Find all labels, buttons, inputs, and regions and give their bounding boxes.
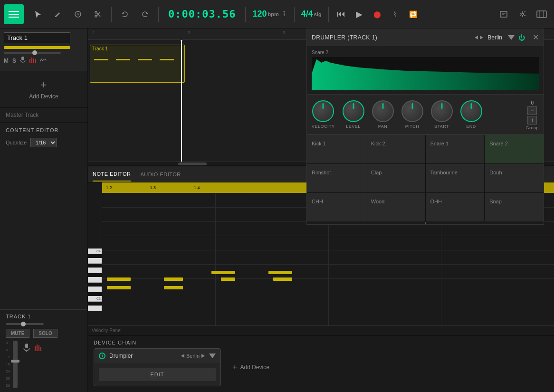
- pad-kick2[interactable]: Kick 2: [366, 135, 425, 163]
- velocity-knob[interactable]: [312, 100, 334, 122]
- record-button[interactable]: ⬤: [370, 7, 385, 22]
- solo-button[interactable]: SOLO: [33, 329, 57, 338]
- note-1[interactable]: [107, 277, 131, 281]
- plugin-button-2[interactable]: [514, 6, 531, 23]
- note-3[interactable]: [164, 277, 183, 281]
- envelope-control[interactable]: [40, 57, 47, 64]
- c4-key[interactable]: C4: [88, 249, 102, 254]
- pencil-tool[interactable]: [49, 6, 67, 23]
- note-2[interactable]: [107, 286, 131, 289]
- tab-audio-editor[interactable]: AUDIO EDITOR: [140, 168, 181, 181]
- start-knob[interactable]: [431, 100, 453, 122]
- note-6[interactable]: [221, 277, 235, 281]
- drumpler-power-button[interactable]: ⏻: [518, 34, 525, 41]
- plugin-button-1[interactable]: [495, 6, 512, 23]
- b2-key[interactable]: [88, 306, 102, 311]
- svg-marker-28: [480, 36, 483, 39]
- tab-note-editor[interactable]: NOTE EDITOR: [93, 167, 131, 182]
- a3-key[interactable]: [88, 268, 102, 273]
- undo-button[interactable]: [116, 6, 134, 23]
- pan-fader[interactable]: [6, 323, 44, 325]
- piano-keys: C4 C3: [88, 182, 102, 325]
- separator-5: [328, 7, 329, 22]
- time-signature-display[interactable]: 4/4 sig: [301, 9, 322, 19]
- mic-control[interactable]: [20, 57, 26, 65]
- pan-knob[interactable]: [372, 100, 394, 122]
- end-value-display: 0: [531, 100, 534, 105]
- pad-snare1[interactable]: Snare 1: [426, 135, 485, 163]
- mute-control[interactable]: M: [4, 57, 9, 64]
- play-button[interactable]: ▶: [352, 7, 367, 22]
- f3-key[interactable]: [88, 287, 102, 292]
- drumpler-preset-dropdown-icon[interactable]: [508, 35, 515, 40]
- drumpler-preset-nav[interactable]: [474, 35, 484, 40]
- bpm-display[interactable]: 120 bpm: [252, 9, 287, 19]
- add-track-section[interactable]: + Add Device: [0, 71, 87, 108]
- clock-tool[interactable]: [69, 6, 86, 23]
- note-7[interactable]: [268, 271, 292, 274]
- volume-fader[interactable]: [13, 341, 18, 388]
- loop-button[interactable]: 🔁: [406, 7, 421, 22]
- end-knob[interactable]: [460, 100, 482, 122]
- pad-clap[interactable]: Clap: [366, 164, 425, 192]
- end-knob-label: END: [466, 124, 476, 129]
- menu-button[interactable]: [4, 4, 24, 24]
- pad-tambourine[interactable]: Tambourine: [426, 164, 485, 192]
- device-preset[interactable]: Berlin: [181, 353, 205, 359]
- pad-snare2[interactable]: Snare 2: [485, 135, 544, 163]
- pad-wood[interactable]: Wood: [366, 193, 425, 221]
- g3-key[interactable]: [88, 277, 102, 283]
- mute-button[interactable]: MUTE: [6, 329, 29, 338]
- svg-marker-29: [508, 35, 515, 40]
- device-power-button[interactable]: [99, 353, 105, 359]
- svg-marker-24: [181, 354, 184, 358]
- bottom-track-section: TRACK 1 MUTE SOLO 0 6 12 18 24 30 36: [0, 309, 87, 392]
- dropdown-icon[interactable]: [209, 354, 216, 358]
- knob-end: END: [460, 100, 482, 129]
- pitch-knob[interactable]: [401, 100, 423, 122]
- pad-ohh[interactable]: OHH: [426, 193, 485, 221]
- solo-control[interactable]: S: [12, 57, 16, 64]
- cursor-tool[interactable]: [29, 6, 47, 23]
- svg-point-1: [95, 11, 97, 13]
- skip-back-button[interactable]: ⏮: [334, 7, 349, 22]
- wave-button[interactable]: ⌇: [388, 7, 403, 22]
- eq-icon[interactable]: [35, 344, 42, 354]
- pad-kick1[interactable]: Kick 1: [307, 135, 366, 163]
- add-track-plus-icon: +: [41, 79, 47, 91]
- drum-pads: Kick 1 Kick 2 Snare 1 Snare 2 Rimshot Cl…: [307, 134, 544, 221]
- pad-rimshot[interactable]: Rimshot: [307, 164, 366, 192]
- pad-douh[interactable]: Douh: [485, 164, 544, 192]
- level-knob[interactable]: [343, 100, 364, 122]
- eq-control[interactable]: [29, 57, 36, 64]
- end-minus-button[interactable]: −: [527, 106, 537, 115]
- waveform-display: [312, 57, 539, 90]
- svg-rect-20: [35, 346, 36, 351]
- track-volume-slider[interactable]: [4, 52, 61, 54]
- end-plus-button[interactable]: +: [527, 116, 537, 124]
- scissors-tool[interactable]: [89, 6, 106, 23]
- c3-key[interactable]: C3: [88, 296, 102, 302]
- quantize-select[interactable]: 1/16 1/8 1/4: [30, 138, 57, 147]
- edit-button[interactable]: EDIT: [99, 368, 216, 381]
- mute-solo-row: MUTE SOLO: [6, 329, 82, 338]
- drumpler-close-button[interactable]: ✕: [533, 33, 539, 42]
- end-value-section: 0 − + Group: [525, 100, 539, 130]
- pad-chh[interactable]: CHH: [307, 193, 366, 221]
- add-device-button[interactable]: + Add Device: [229, 359, 273, 376]
- bpm-label: bpm: [268, 11, 279, 17]
- redo-button[interactable]: [136, 6, 153, 23]
- mic-icon[interactable]: [23, 344, 30, 354]
- clip-line-3: [138, 59, 152, 60]
- track-name-input[interactable]: [4, 32, 70, 43]
- plugin-button-3[interactable]: [533, 6, 550, 23]
- note-5[interactable]: [211, 271, 235, 274]
- note-8[interactable]: [273, 277, 292, 281]
- track-color-bar: [4, 46, 70, 49]
- b3-key[interactable]: [88, 258, 102, 264]
- pad-clap-label: Clap: [371, 170, 382, 175]
- track-clip[interactable]: Track 1: [90, 45, 185, 83]
- pad-snap[interactable]: Snap: [485, 193, 544, 221]
- note-4[interactable]: [164, 286, 183, 289]
- pitch-knob-label: PITCH: [405, 124, 420, 129]
